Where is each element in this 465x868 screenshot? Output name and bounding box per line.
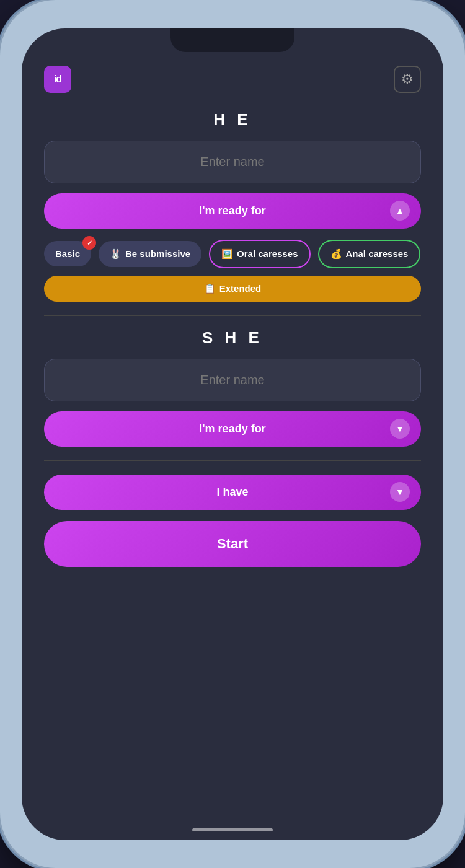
she-i-have-button[interactable]: I have ▼ [44, 475, 421, 510]
notch [170, 28, 294, 52]
tag-anal[interactable]: 💰 Anal caresses [318, 240, 421, 268]
settings-button[interactable]: ⚙ [394, 66, 421, 93]
she-chevron-down-icon: ▼ [390, 419, 410, 439]
mini-divider [44, 460, 421, 461]
screen-content: id ⚙ H E I'm ready for ▲ Basic ✓ [22, 28, 443, 840]
phone-frame: id ⚙ H E I'm ready for ▲ Basic ✓ [0, 0, 465, 868]
she-name-input[interactable] [44, 359, 421, 401]
tag-basic-label: Basic [55, 248, 80, 259]
she-i-have-chevron-icon: ▼ [390, 482, 410, 502]
tag-oral-label: Oral caresses [237, 248, 298, 259]
she-i-have-label: I have [216, 486, 248, 499]
he-ready-for-label: I'm ready for [199, 204, 265, 217]
she-section: S H E I'm ready for ▼ I have ▼ [44, 328, 421, 510]
home-indicator [192, 828, 273, 831]
he-name-input[interactable] [44, 141, 421, 183]
phone-screen: id ⚙ H E I'm ready for ▲ Basic ✓ [22, 28, 443, 840]
settings-icon: ⚙ [401, 71, 414, 87]
she-ready-for-button[interactable]: I'm ready for ▼ [44, 411, 421, 447]
he-tags-area: Basic ✓ 🐰 Be submissive 🖼️ Oral caresses… [44, 229, 421, 313]
tag-basic-check: ✓ [82, 236, 96, 250]
section-divider [44, 315, 421, 316]
tag-basic[interactable]: Basic ✓ [44, 241, 91, 266]
tag-extended-label: Extended [219, 283, 262, 294]
he-title: H E [213, 110, 251, 129]
tag-extended[interactable]: 📋 Extended [44, 276, 421, 302]
she-title: S H E [44, 328, 421, 348]
tag-submissive-label: Be submissive [125, 248, 190, 259]
tag-submissive-emoji: 🐰 [110, 248, 122, 260]
tag-oral-emoji: 🖼️ [221, 248, 233, 260]
id-badge: id [44, 66, 71, 93]
start-button[interactable]: Start [44, 521, 421, 567]
he-ready-for-button[interactable]: I'm ready for ▲ [44, 193, 421, 229]
tag-oral[interactable]: 🖼️ Oral caresses [209, 240, 310, 268]
tag-anal-label: Anal caresses [346, 248, 409, 259]
top-bar: id ⚙ [44, 66, 421, 93]
she-ready-for-label: I'm ready for [199, 423, 265, 436]
tag-anal-emoji: 💰 [330, 248, 342, 260]
tag-submissive[interactable]: 🐰 Be submissive [99, 241, 202, 267]
she-buttons: I'm ready for ▼ I have ▼ [44, 411, 421, 510]
he-chevron-up-icon: ▲ [390, 201, 410, 221]
tag-extended-emoji: 📋 [204, 283, 216, 294]
